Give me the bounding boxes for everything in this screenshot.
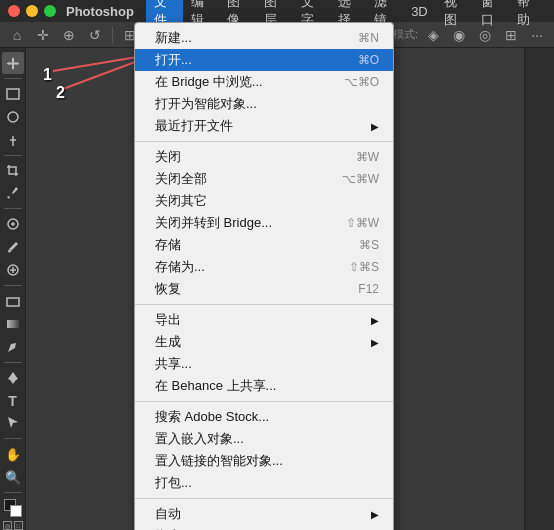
traffic-lights [8, 5, 56, 17]
menu-item-generate[interactable]: 生成 ▶ [135, 331, 393, 353]
close-button[interactable] [8, 5, 20, 17]
tool-zoom[interactable]: 🔍 [2, 466, 24, 488]
tool-separator-3 [4, 208, 22, 209]
menu-item-save-as[interactable]: 存储为... ⇧⌘S [135, 256, 393, 278]
menu-item-package[interactable]: 打包... [135, 472, 393, 494]
tool-eraser[interactable] [2, 290, 24, 312]
color-swatch-group[interactable] [4, 499, 22, 517]
menu-divider-3 [135, 401, 393, 402]
app-name: Photoshop [66, 4, 134, 19]
tool-gradient[interactable] [2, 313, 24, 335]
menu-item-behance[interactable]: 在 Behance 上共享... [135, 375, 393, 397]
svg-rect-12 [7, 320, 19, 328]
menu-item-adobe-stock[interactable]: 搜索 Adobe Stock... [135, 406, 393, 428]
menu-3d[interactable]: 3D [403, 2, 436, 21]
minimize-button[interactable] [26, 5, 38, 17]
menu-item-save[interactable]: 存储 ⌘S [135, 234, 393, 256]
tool-separator-4 [4, 285, 22, 286]
tool-dodge[interactable] [2, 336, 24, 358]
maximize-button[interactable] [44, 5, 56, 17]
tool-type[interactable]: T [2, 390, 24, 412]
menu-item-share[interactable]: 共享... [135, 353, 393, 375]
menu-item-recent[interactable]: 最近打开文件 ▶ [135, 115, 393, 137]
toolbar-home-icon[interactable]: ⌂ [6, 25, 28, 45]
menu-view[interactable]: 视图 [436, 0, 473, 31]
menu-item-bridge[interactable]: 在 Bridge 中浏览... ⌥⌘O [135, 71, 393, 93]
tool-separator-6 [4, 438, 22, 439]
tool-hand[interactable]: ✋ [2, 443, 24, 465]
tool-eyedropper[interactable] [2, 182, 24, 204]
right-panel [524, 48, 554, 530]
menu-item-scripts[interactable]: 脚本 ▶ [135, 525, 393, 530]
tool-wand[interactable] [2, 129, 24, 151]
menu-help[interactable]: 帮助 [509, 0, 546, 31]
tool-crop[interactable] [2, 160, 24, 182]
tool-clone[interactable] [2, 259, 24, 281]
menu-item-new[interactable]: 新建... ⌘N [135, 27, 393, 49]
menu-item-smart[interactable]: 打开为智能对象... [135, 93, 393, 115]
svg-line-13 [53, 56, 143, 71]
tool-move[interactable] [2, 52, 24, 74]
tool-pen[interactable] [2, 367, 24, 389]
svg-point-1 [8, 112, 18, 122]
svg-rect-0 [7, 89, 19, 99]
menu-divider-1 [135, 141, 393, 142]
menu-item-revert[interactable]: 恢复 F12 [135, 278, 393, 300]
mode-icons: ◎ □ [3, 521, 23, 530]
tool-separator-2 [4, 155, 22, 156]
menu-item-place-embed[interactable]: 置入嵌入对象... [135, 428, 393, 450]
menu-item-export[interactable]: 导出 ▶ [135, 309, 393, 331]
menu-window[interactable]: 窗口 [473, 0, 510, 31]
menu-item-open[interactable]: 打开... ⌘O [135, 49, 393, 71]
toolbar-move-icon[interactable]: ✛ [32, 25, 54, 45]
menu-item-close-bridge[interactable]: 关闭并转到 Bridge... ⇧⌘W [135, 212, 393, 234]
svg-rect-11 [7, 298, 19, 306]
tool-path-select[interactable] [2, 412, 24, 434]
file-dropdown-menu: 新建... ⌘N 打开... ⌘O 在 Bridge 中浏览... ⌥⌘O 打开… [134, 22, 394, 530]
annotation-1: 1 [43, 66, 52, 84]
menu-item-place-linked[interactable]: 置入链接的智能对象... [135, 450, 393, 472]
title-bar: Photoshop 文件 编辑 图像 图层 文字 选择 滤镜 3D 视图 窗口 … [0, 0, 554, 22]
tool-rect-select[interactable] [2, 83, 24, 105]
menu-item-automate[interactable]: 自动 ▶ [135, 503, 393, 525]
tool-separator-1 [4, 78, 22, 79]
svg-point-2 [12, 136, 14, 138]
tool-brush[interactable] [2, 236, 24, 258]
menu-divider-2 [135, 304, 393, 305]
svg-line-14 [63, 59, 143, 89]
menu-divider-4 [135, 498, 393, 499]
tools-panel: T ✋ 🔍 ◎ □ [0, 48, 26, 530]
tool-separator-7 [4, 492, 22, 493]
menu-item-close[interactable]: 关闭 ⌘W [135, 146, 393, 168]
tool-separator-5 [4, 362, 22, 363]
tool-spot-heal[interactable] [2, 213, 24, 235]
tool-lasso[interactable] [2, 106, 24, 128]
menu-item-close-all[interactable]: 关闭全部 ⌥⌘W [135, 168, 393, 190]
menu-item-close-others[interactable]: 关闭其它 [135, 190, 393, 212]
annotation-2: 2 [56, 84, 65, 102]
